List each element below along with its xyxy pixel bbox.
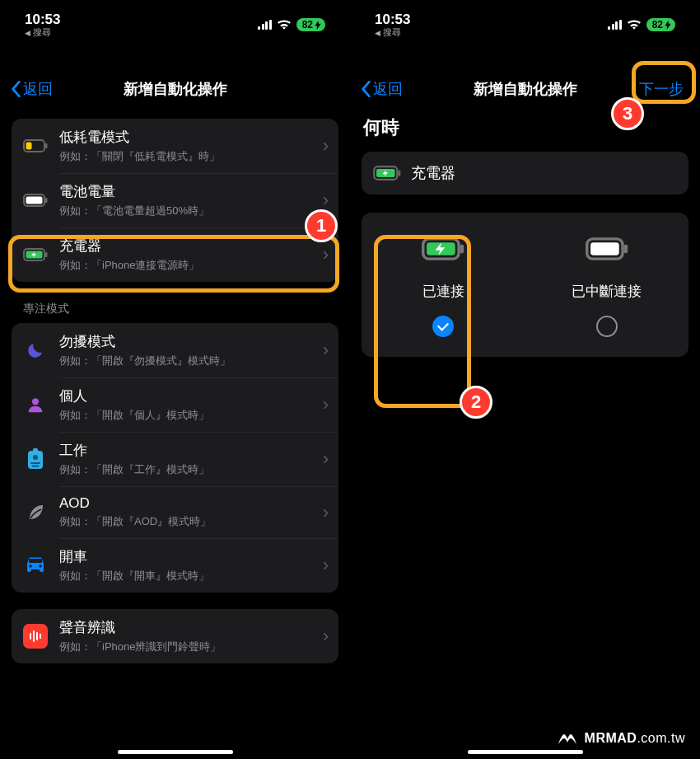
chevron-right-icon: › xyxy=(323,135,329,157)
home-indicator[interactable] xyxy=(468,750,583,754)
svg-rect-7 xyxy=(45,252,48,257)
option-connected[interactable]: 已連接 xyxy=(362,231,525,337)
annotation-badge-3: 3 xyxy=(611,97,644,130)
svg-point-15 xyxy=(29,565,32,568)
row-title: 低耗電模式 xyxy=(59,128,311,147)
status-time: 10:53 xyxy=(375,12,410,26)
row-low-power-mode[interactable]: 低耗電模式 例如：「關閉『低耗電模式』時」 › xyxy=(12,119,338,173)
charger-icon xyxy=(373,166,401,180)
person-icon xyxy=(23,392,48,417)
nav-back-label: 返回 xyxy=(373,79,403,99)
row-subtitle: 例如：「開啟『個人』模式時」 xyxy=(59,408,311,423)
row-aod[interactable]: AOD 例如：「開啟『AOD』模式時」 › xyxy=(12,486,338,538)
row-battery-level[interactable]: 電池電量 例如：「電池電量超過50%時」 › xyxy=(12,173,338,227)
row-title: 開車 xyxy=(59,547,311,566)
svg-rect-26 xyxy=(460,245,464,253)
status-bar: 10:53 搜尋 82 xyxy=(350,0,700,41)
row-driving[interactable]: 開車 例如：「開啟『開車』模式時」 › xyxy=(12,538,338,593)
trigger-group-focus: 勿擾模式 例如：「開啟『勿擾模式』模式時」 › 個人 例如：「開啟『個人』模式時… xyxy=(12,323,338,593)
chevron-right-icon: › xyxy=(323,340,329,361)
svg-rect-23 xyxy=(399,171,401,176)
row-title: 個人 xyxy=(59,387,311,405)
annotation-badge-2: 2 xyxy=(460,386,492,419)
cellular-signal-icon xyxy=(608,20,622,30)
svg-rect-17 xyxy=(29,559,42,563)
row-subtitle: 例如：「開啟『工作』模式時」 xyxy=(59,462,311,477)
battery-full-icon xyxy=(23,188,48,213)
option-label: 已連接 xyxy=(422,282,464,301)
battery-indicator: 82 xyxy=(296,18,325,31)
wifi-icon xyxy=(277,19,292,30)
svg-rect-29 xyxy=(624,245,628,253)
watermark: MRMAD.com.tw xyxy=(557,731,685,746)
chevron-right-icon: › xyxy=(323,555,329,576)
car-icon xyxy=(23,553,48,578)
charger-options: 已連接 已中斷連接 xyxy=(362,213,688,357)
row-subtitle: 例如：「開啟『勿擾模式』模式時」 xyxy=(59,354,311,368)
chevron-right-icon: › xyxy=(323,625,329,647)
option-disconnected[interactable]: 已中斷連接 xyxy=(525,231,689,337)
svg-rect-1 xyxy=(45,143,48,148)
status-search-hint[interactable]: 搜尋 xyxy=(25,28,60,37)
row-dnd[interactable]: 勿擾模式 例如：「開啟『勿擾模式』模式時」 › xyxy=(12,323,338,377)
home-indicator[interactable] xyxy=(118,750,233,754)
nav-back-label: 返回 xyxy=(23,79,53,99)
row-subtitle: 例如：「iPhone連接電源時」 xyxy=(59,258,311,273)
svg-rect-2 xyxy=(26,143,32,150)
nav-back-button[interactable]: 返回 xyxy=(360,79,403,99)
row-sound-recognition[interactable]: 聲音辨識 例如：「iPhone辨識到門鈴聲時」 › xyxy=(12,609,338,663)
nav-bar: 返回 新增自動化操作 下一步 xyxy=(350,66,700,112)
svg-point-9 xyxy=(32,398,39,405)
radio-checked-icon[interactable] xyxy=(432,316,454,337)
status-search-hint[interactable]: 搜尋 xyxy=(375,28,410,37)
charger-header: 充電器 xyxy=(362,152,688,194)
svg-rect-4 xyxy=(45,198,48,203)
option-label: 已中斷連接 xyxy=(572,282,642,301)
badge-icon xyxy=(23,447,48,471)
row-title: 聲音辨識 xyxy=(59,618,311,637)
row-subtitle: 例如：「開啟『開車』模式時」 xyxy=(59,569,311,583)
row-charger[interactable]: 充電器 例如：「iPhone連接電源時」 › xyxy=(12,227,338,282)
status-bar: 10:53 搜尋 82 xyxy=(0,0,350,41)
leaf-icon xyxy=(23,500,48,525)
phone-left: 10:53 搜尋 82 返回 新增自動化操作 xyxy=(0,0,350,759)
row-title: 充電器 xyxy=(59,237,311,255)
chevron-right-icon: › xyxy=(323,502,329,523)
svg-rect-30 xyxy=(590,242,619,255)
row-subtitle: 例如：「電池電量超過50%時」 xyxy=(59,204,311,218)
charger-label: 充電器 xyxy=(411,163,455,183)
cellular-signal-icon xyxy=(258,20,272,30)
nav-bar: 返回 新增自動化操作 xyxy=(0,66,350,112)
row-title: 勿擾模式 xyxy=(59,332,311,351)
section-label-focus: 專注模式 xyxy=(12,298,338,323)
radio-unchecked-icon[interactable] xyxy=(596,316,618,337)
row-title: 電池電量 xyxy=(59,182,311,201)
phone-right: 10:53 搜尋 82 返回 新增自動化操作 下一步 何時 充電器 xyxy=(350,0,700,759)
svg-rect-14 xyxy=(32,466,40,467)
svg-rect-5 xyxy=(26,197,43,204)
status-time: 10:53 xyxy=(25,12,60,26)
svg-point-12 xyxy=(33,455,38,460)
nav-next-button[interactable]: 下一步 xyxy=(632,76,690,102)
svg-rect-11 xyxy=(33,448,38,452)
row-work[interactable]: 工作 例如：「開啟『工作』模式時」 › xyxy=(12,432,338,486)
battery-low-icon xyxy=(23,134,48,158)
sound-wave-icon xyxy=(23,624,48,649)
chevron-right-icon: › xyxy=(323,244,329,265)
chevron-right-icon: › xyxy=(323,394,329,415)
battery-full-icon xyxy=(586,231,628,267)
svg-point-16 xyxy=(39,565,42,568)
row-subtitle: 例如：「開啟『AOD』模式時」 xyxy=(59,514,311,529)
row-title: 工作 xyxy=(59,441,311,460)
annotation-badge-1: 1 xyxy=(305,209,338,242)
chevron-right-icon: › xyxy=(323,190,329,211)
battery-indicator: 82 xyxy=(646,18,675,31)
charger-icon xyxy=(23,242,48,267)
row-subtitle: 例如：「關閉『低耗電模式』時」 xyxy=(59,149,311,164)
moon-icon xyxy=(23,338,48,363)
nav-back-button[interactable]: 返回 xyxy=(10,79,53,99)
svg-rect-13 xyxy=(30,462,40,464)
row-personal[interactable]: 個人 例如：「開啟『個人』模式時」 › xyxy=(12,377,338,432)
when-heading: 何時 xyxy=(350,112,700,152)
chevron-right-icon: › xyxy=(323,448,329,470)
